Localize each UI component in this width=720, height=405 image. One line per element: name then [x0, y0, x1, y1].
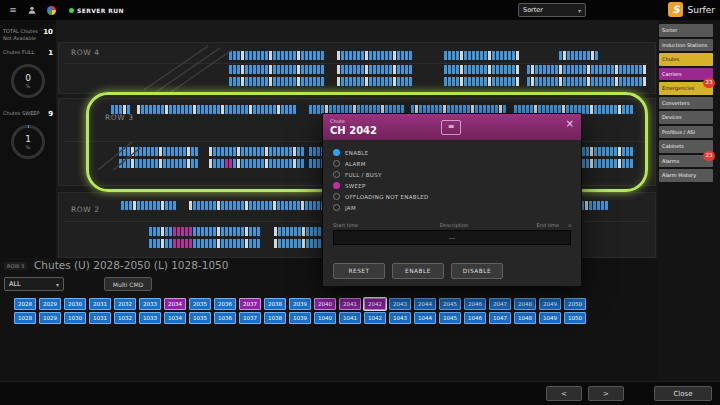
- chute-tick[interactable]: [241, 201, 244, 210]
- chute-tick[interactable]: [618, 159, 621, 168]
- chute-tick[interactable]: [302, 239, 305, 248]
- disable-button[interactable]: DISABLE: [451, 263, 503, 279]
- chute-tick[interactable]: [179, 147, 182, 156]
- chute-tick[interactable]: [233, 51, 236, 60]
- chute-tick[interactable]: [341, 51, 344, 60]
- chute-tick[interactable]: [305, 201, 308, 210]
- chute-tick[interactable]: [393, 65, 396, 74]
- chute-tick[interactable]: [297, 201, 300, 210]
- chute-tick[interactable]: [606, 105, 609, 114]
- chute-tick[interactable]: [294, 227, 297, 236]
- chute-tick[interactable]: [452, 51, 455, 60]
- chute-tick[interactable]: [265, 147, 268, 156]
- chute-tick[interactable]: [313, 65, 316, 74]
- chute-tick[interactable]: [229, 65, 232, 74]
- chute-tick[interactable]: [587, 65, 590, 74]
- chute-tick[interactable]: [559, 65, 562, 74]
- chute-tick[interactable]: [277, 159, 280, 168]
- chute-tick[interactable]: [610, 105, 613, 114]
- chute-tick[interactable]: [643, 65, 646, 74]
- chute-tick[interactable]: [191, 159, 194, 168]
- sorter-select[interactable]: Sorter ▾: [518, 3, 586, 17]
- chute-tick[interactable]: [543, 77, 546, 86]
- chute-tick[interactable]: [229, 227, 232, 236]
- chute-tick[interactable]: [293, 159, 296, 168]
- sidebar-item-alarm-history[interactable]: Alarm History: [659, 169, 713, 182]
- chute-tick[interactable]: [169, 105, 172, 114]
- chute-chip[interactable]: 1048: [514, 312, 536, 324]
- chute-tick[interactable]: [245, 147, 248, 156]
- chute-tick[interactable]: [567, 65, 570, 74]
- chute-tick[interactable]: [127, 159, 130, 168]
- chute-tick[interactable]: [480, 51, 483, 60]
- chute-tick[interactable]: [265, 51, 268, 60]
- chute-tick[interactable]: [313, 105, 316, 114]
- chute-chip[interactable]: 1050: [564, 312, 586, 324]
- chute-tick[interactable]: [571, 65, 574, 74]
- chute-chip[interactable]: 2040: [314, 298, 336, 310]
- chute-tick[interactable]: [201, 201, 204, 210]
- chute-tick[interactable]: [189, 105, 192, 114]
- chute-chip[interactable]: 1042: [364, 312, 386, 324]
- chute-tick[interactable]: [127, 105, 130, 114]
- chute-chip[interactable]: 2037: [239, 298, 261, 310]
- chute-tick[interactable]: [269, 65, 272, 74]
- chute-tick[interactable]: [595, 65, 598, 74]
- chute-tick[interactable]: [135, 147, 138, 156]
- chute-tick[interactable]: [512, 65, 515, 74]
- chute-tick[interactable]: [496, 51, 499, 60]
- chute-tick[interactable]: [233, 227, 236, 236]
- chute-tick[interactable]: [622, 147, 625, 156]
- chute-tick[interactable]: [583, 65, 586, 74]
- chute-tick[interactable]: [281, 147, 284, 156]
- chute-tick[interactable]: [265, 105, 268, 114]
- chute-tick[interactable]: [161, 239, 164, 248]
- chute-tick[interactable]: [298, 227, 301, 236]
- chute-chip[interactable]: 2042: [364, 298, 386, 310]
- chute-tick[interactable]: [253, 105, 256, 114]
- chute-tick[interactable]: [357, 77, 360, 86]
- menu-icon[interactable]: ≡: [6, 3, 20, 17]
- chute-tick[interactable]: [205, 227, 208, 236]
- chute-tick[interactable]: [281, 65, 284, 74]
- chute-tick[interactable]: [301, 201, 304, 210]
- chute-tick[interactable]: [153, 105, 156, 114]
- chute-tick[interactable]: [249, 239, 252, 248]
- chute-tick[interactable]: [221, 147, 224, 156]
- chute-tick[interactable]: [317, 65, 320, 74]
- chute-tick[interactable]: [353, 65, 356, 74]
- chute-tick[interactable]: [278, 239, 281, 248]
- chute-tick[interactable]: [237, 201, 240, 210]
- chute-tick[interactable]: [290, 227, 293, 236]
- chute-tick[interactable]: [253, 77, 256, 86]
- chute-chip[interactable]: 2043: [389, 298, 411, 310]
- chute-tick[interactable]: [602, 159, 605, 168]
- chute-tick[interactable]: [253, 51, 256, 60]
- chute-tick[interactable]: [245, 159, 248, 168]
- chute-tick[interactable]: [173, 239, 176, 248]
- chute-tick[interactable]: [297, 65, 300, 74]
- chute-tick[interactable]: [149, 227, 152, 236]
- chute-tick[interactable]: [157, 227, 160, 236]
- chute-tick[interactable]: [301, 159, 304, 168]
- chute-tick[interactable]: [377, 77, 380, 86]
- chute-tick[interactable]: [460, 65, 463, 74]
- chute-chip[interactable]: 2034: [164, 298, 186, 310]
- chute-tick[interactable]: [131, 159, 134, 168]
- chute-chip[interactable]: 1037: [239, 312, 261, 324]
- chute-tick[interactable]: [622, 105, 625, 114]
- chute-tick[interactable]: [571, 77, 574, 86]
- chute-tick[interactable]: [261, 201, 264, 210]
- chute-tick[interactable]: [293, 65, 296, 74]
- chute-tick[interactable]: [225, 147, 228, 156]
- chute-tick[interactable]: [365, 65, 368, 74]
- chute-tick[interactable]: [575, 77, 578, 86]
- chute-tick[interactable]: [183, 147, 186, 156]
- chute-tick[interactable]: [237, 65, 240, 74]
- chute-tick[interactable]: [310, 227, 313, 236]
- chute-tick[interactable]: [389, 51, 392, 60]
- chute-tick[interactable]: [575, 51, 578, 60]
- chute-tick[interactable]: [586, 159, 589, 168]
- chute-tick[interactable]: [229, 105, 232, 114]
- chute-chip[interactable]: 2041: [339, 298, 361, 310]
